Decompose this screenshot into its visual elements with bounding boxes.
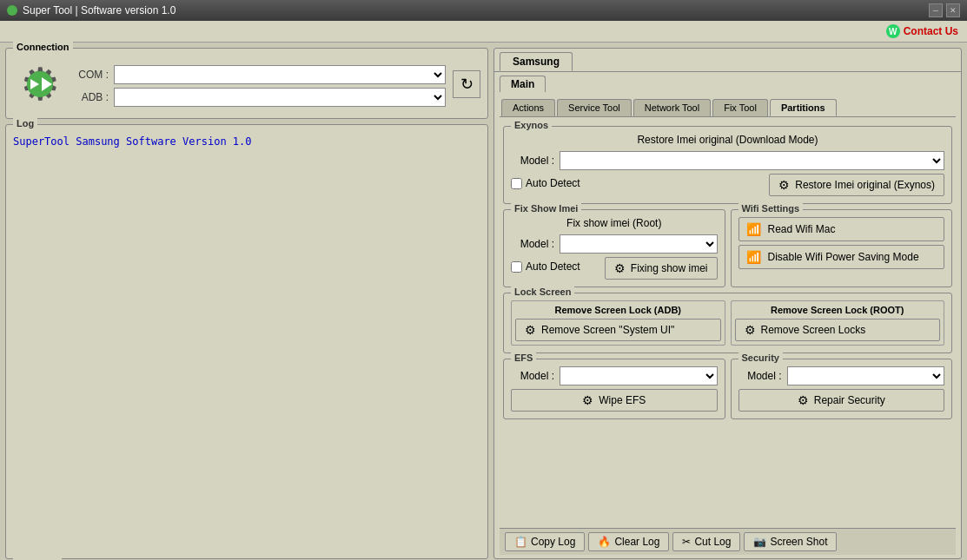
screenshot-button[interactable]: 📷 Screen Shot [744, 532, 837, 551]
efs-group: EFS Model : ⚙ Wipe EFS [503, 359, 725, 419]
wifi-icon-2: 📶 [746, 250, 761, 264]
copy-log-label: Copy Log [531, 536, 575, 548]
clear-log-icon: 🔥 [598, 536, 611, 548]
fix-imei-model-row: Model : [511, 234, 718, 254]
top-tabs: Samsung [494, 49, 961, 71]
remove-screen-locks-label: Remove Screen Locks [761, 324, 866, 336]
exynos-group: Exynos Restore Imei original (Download M… [503, 126, 952, 204]
screen-locks-gear-icon: ⚙ [745, 323, 756, 337]
fix-imei-bottom: Auto Detect ⚙ Fixing show imei [511, 257, 718, 280]
log-content: SuperTool Samsung Software Version 1.0 [13, 132, 480, 148]
tab-network-tool[interactable]: Network Tool [633, 99, 711, 116]
main-content: Connection ⚙ COM : ADB : ↻ [0, 43, 967, 560]
fix-imei-title: Fix show imei (Root) [511, 217, 718, 229]
copy-log-icon: 📋 [514, 536, 527, 548]
minimize-button[interactable]: ─ [929, 3, 943, 17]
fix-imei-model-select[interactable] [560, 234, 718, 254]
repair-security-label: Repair Security [814, 394, 885, 406]
copy-log-button[interactable]: 📋 Copy Log [505, 532, 585, 551]
lock-root-title: Remove Screen Lock (ROOT) [735, 305, 941, 315]
tab-actions[interactable]: Actions [501, 99, 555, 116]
fix-imei-group-title: Fix Show Imei [511, 203, 581, 214]
security-model-select[interactable] [787, 366, 945, 385]
play-button[interactable] [27, 71, 53, 97]
middle-row: Fix Show Imei Fix show imei (Root) Model… [503, 209, 952, 287]
clear-log-button[interactable]: 🔥 Clear Log [588, 532, 669, 551]
tool-tabs: Actions Service Tool Network Tool Fix To… [500, 97, 956, 117]
com-label: COM : [74, 69, 109, 81]
cut-log-button[interactable]: ✂ Cut Log [672, 532, 740, 551]
lock-root-col: Remove Screen Lock (ROOT) ⚙ Remove Scree… [731, 300, 945, 346]
log-legend: Log [13, 118, 37, 128]
exynos-model-row: Model : [511, 151, 944, 170]
remove-screen-locks-button[interactable]: ⚙ Remove Screen Locks [735, 319, 941, 341]
fix-imei-autodetect-checkbox[interactable] [511, 261, 522, 273]
wifi-group-title: Wifi Settings [738, 203, 804, 214]
read-wifi-mac-button[interactable]: 📶 Read Wifi Mac [738, 217, 945, 241]
wipe-efs-gear-icon: ⚙ [582, 393, 593, 407]
exynos-autodetect-checkbox[interactable] [511, 178, 522, 189]
adb-select[interactable] [114, 88, 446, 107]
samsung-tab[interactable]: Samsung [500, 52, 573, 71]
cut-log-icon: ✂ [682, 536, 691, 548]
connection-legend: Connection [13, 42, 73, 52]
wipe-efs-button[interactable]: ⚙ Wipe EFS [511, 389, 718, 412]
connection-section: Connection ⚙ COM : ADB : ↻ [5, 48, 488, 119]
fix-imei-btn-label: Fixing show imei [631, 262, 708, 274]
exynos-autodetect-row: Auto Detect [511, 177, 580, 189]
efs-model-row: Model : [511, 366, 718, 385]
title-bar: Super Tool | Software version 1.0 ─ ✕ [0, 0, 967, 21]
read-wifi-mac-label: Read Wifi Mac [768, 223, 836, 235]
fix-imei-autodetect-label: Auto Detect [526, 260, 580, 273]
left-panel: Connection ⚙ COM : ADB : ↻ [5, 48, 488, 559]
com-select[interactable] [114, 65, 446, 84]
fix-imei-group: Fix Show Imei Fix show imei (Root) Model… [503, 209, 725, 287]
exynos-model-select[interactable] [560, 151, 944, 170]
close-button[interactable]: ✕ [946, 3, 960, 17]
gear-play-icon: ⚙ [13, 57, 67, 111]
exynos-autodetect-label: Auto Detect [526, 177, 580, 189]
disable-wifi-label: Disable Wifi Power Saving Mode [768, 251, 919, 263]
bottom-buttons: 📋 Copy Log 🔥 Clear Log ✂ Cut Log 📷 Scree… [500, 528, 956, 555]
tab-fix-tool[interactable]: Fix Tool [712, 99, 768, 116]
cut-log-label: Cut Log [694, 536, 731, 548]
repair-security-gear-icon: ⚙ [798, 393, 809, 407]
lock-screen-group-title: Lock Screen [511, 287, 574, 297]
tab-content-area: Main Actions Service Tool Network Tool F… [494, 71, 961, 558]
wifi-icon-1: 📶 [746, 222, 761, 236]
security-group: Security Model : ⚙ Repair Security [731, 359, 953, 419]
app-icon [7, 5, 17, 16]
disable-wifi-button[interactable]: 📶 Disable Wifi Power Saving Mode [738, 245, 945, 269]
adb-label: ADB : [74, 91, 109, 103]
tab-partitions[interactable]: Partitions [770, 99, 837, 116]
wipe-efs-label: Wipe EFS [599, 394, 646, 406]
contact-bar: W Contact Us [0, 21, 967, 43]
restore-imei-button[interactable]: ⚙ Restore Imei original (Exynos) [769, 174, 944, 196]
bottom-row: EFS Model : ⚙ Wipe EFS Security [503, 359, 952, 419]
lock-screen-group: Lock Screen Remove Screen Lock (ADB) ⚙ R… [503, 293, 952, 353]
lock-adb-col: Remove Screen Lock (ADB) ⚙ Remove Screen… [511, 300, 725, 346]
exynos-section-title: Restore Imei original (Download Mode) [511, 134, 944, 146]
wifi-settings-group: Wifi Settings 📶 Read Wifi Mac 📶 Disable … [731, 209, 953, 287]
main-subtab[interactable]: Main [500, 76, 546, 92]
repair-security-button[interactable]: ⚙ Repair Security [738, 389, 945, 412]
refresh-button[interactable]: ↻ [453, 70, 480, 98]
clear-log-label: Clear Log [614, 536, 659, 548]
right-panel: Samsung Main Actions Service Tool Networ… [493, 48, 962, 559]
restore-imei-label: Restore Imei original (Exynos) [795, 179, 935, 191]
fix-imei-model-label: Model : [511, 238, 554, 250]
security-model-row: Model : [738, 366, 945, 385]
adb-row: ADB : [74, 88, 446, 107]
app-title: Super Tool | Software version 1.0 [23, 4, 176, 16]
fix-imei-button[interactable]: ⚙ Fixing show imei [605, 257, 718, 280]
fix-gear-icon: ⚙ [614, 261, 626, 275]
efs-model-select[interactable] [560, 366, 718, 385]
contact-us-link[interactable]: W Contact Us [886, 24, 958, 38]
screenshot-icon: 📷 [753, 536, 766, 548]
tab-service-tool[interactable]: Service Tool [557, 99, 632, 116]
remove-system-ui-button[interactable]: ⚙ Remove Screen "System UI" [515, 319, 721, 341]
security-model-label: Model : [738, 370, 782, 382]
log-section: Log SuperTool Samsung Software Version 1… [5, 124, 488, 559]
fix-imei-autodetect: Auto Detect [511, 260, 580, 273]
com-row: COM : [74, 65, 446, 84]
